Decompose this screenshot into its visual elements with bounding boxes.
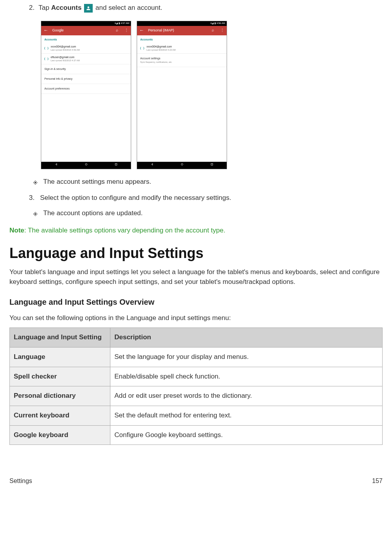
accounts-icon	[84, 4, 93, 13]
sync-icon	[44, 57, 48, 61]
note-text: Note: The available settings options var…	[9, 226, 383, 236]
sync-icon	[140, 46, 144, 50]
page-heading: Language and Input Settings	[9, 243, 383, 263]
account-row: xxxx004@gmail.com Last synced 8/3/2015 4…	[41, 43, 131, 54]
svg-point-0	[85, 164, 87, 166]
svg-marker-7	[35, 213, 37, 215]
table-header-description: Description	[110, 328, 383, 348]
page-footer: Settings 157	[9, 476, 383, 485]
svg-marker-5	[35, 181, 37, 183]
overflow-icon: ⋮	[220, 27, 224, 33]
sync-icon	[44, 46, 48, 50]
search-icon: ⌕	[116, 27, 118, 33]
screenshot-google-accounts: ▾◢ ▮ 4:57 AM ← Google ⌕ ⋮ Accounts xxxx0…	[41, 21, 131, 169]
result-bullet: The account options are updated.	[33, 209, 383, 220]
search-icon: ⌕	[212, 27, 214, 33]
nav-bar	[137, 162, 227, 169]
account-row: eftuser@gmail.com Last synced 8/3/2015 4…	[41, 54, 131, 64]
step-2-line: 2. Tap Accounts and select an account.	[25, 3, 383, 13]
content-area: Accounts xxxx004@gmail.com Last synced 8…	[137, 35, 227, 162]
content-area: Accounts xxxx004@gmail.com Last synced 8…	[41, 35, 131, 162]
app-bar: ← Google ⌕ ⋮	[41, 26, 131, 35]
table-row: Spell checker Enable/disable spell check…	[10, 367, 383, 386]
footer-page-number: 157	[372, 476, 383, 485]
diamond-bullet-icon	[33, 210, 38, 220]
nav-home-icon	[180, 163, 184, 168]
step-number: 2.	[25, 3, 35, 13]
overview-intro: You can set the following options in the…	[9, 313, 383, 323]
settings-table: Language and Input Setting Description L…	[9, 327, 383, 445]
svg-rect-3	[211, 164, 213, 166]
diamond-bullet-icon	[33, 178, 38, 188]
account-row: xxxx004@gmail.com Last synced 8/3/2015 4…	[137, 43, 227, 54]
app-bar: ← Personal (IMAP) ⌕ ⋮	[137, 26, 227, 35]
svg-rect-1	[115, 164, 117, 166]
table-row: Language Set the language for your displ…	[10, 347, 383, 367]
nav-home-icon	[84, 163, 88, 168]
table-header-setting: Language and Input Setting	[10, 328, 110, 348]
nav-back-icon	[150, 163, 154, 168]
nav-recent-icon	[114, 163, 118, 168]
overflow-icon: ⋮	[125, 27, 128, 33]
setting-row: Account settings Sync frequency, notific…	[137, 54, 227, 67]
screenshot-imap-account: ▾◢ ▮ 4:56 AM ← Personal (IMAP) ⌕ ⋮ Accou…	[137, 21, 227, 169]
table-row: Google keyboard Configure Google keyboar…	[10, 425, 383, 445]
intro-paragraph: Your tablet's language and input setting…	[9, 267, 383, 287]
step-3-line: 3. Select the option to configure and mo…	[25, 193, 383, 203]
footer-section: Settings	[9, 476, 32, 485]
screenshot-images: ▾◢ ▮ 4:57 AM ← Google ⌕ ⋮ Accounts xxxx0…	[41, 21, 383, 169]
status-bar: ▾◢ ▮ 4:57 AM	[41, 21, 131, 26]
result-bullet: The account settings menu appears.	[33, 177, 383, 188]
nav-bar	[41, 162, 131, 169]
svg-point-2	[181, 164, 183, 166]
step-text: Tap Accounts and select an account.	[38, 3, 162, 13]
subheading: Language and Input Settings Overview	[9, 296, 383, 308]
signal-icon: ▾◢ ▮	[115, 22, 120, 25]
table-row: Current keyboard Set the default method …	[10, 406, 383, 425]
back-icon: ←	[139, 27, 144, 34]
status-bar: ▾◢ ▮ 4:56 AM	[137, 21, 227, 26]
table-header-row: Language and Input Setting Description	[10, 328, 383, 348]
nav-back-icon	[55, 163, 58, 168]
table-row: Personal dictionary Add or edit user pre…	[10, 386, 383, 406]
signal-icon: ▾◢ ▮	[211, 22, 216, 25]
back-icon: ←	[44, 27, 48, 34]
step-number: 3.	[25, 193, 35, 203]
nav-recent-icon	[210, 163, 214, 168]
